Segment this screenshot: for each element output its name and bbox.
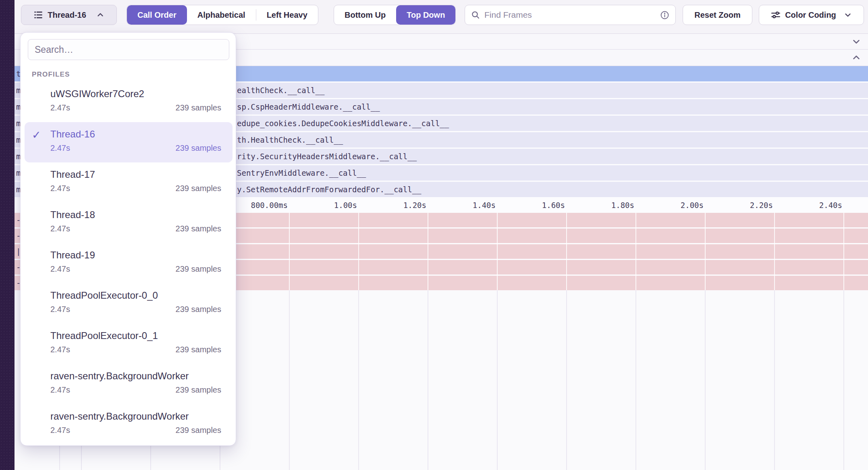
profile-sample-count: 239 samples [176,345,221,354]
find-frames-input[interactable] [484,10,656,20]
axis-tick-label: 2.40s [819,201,842,210]
app-sidebar [0,0,15,470]
search-icon [471,10,480,20]
profile-item-threadpoolexecutor-0-1[interactable]: ✓ThreadPoolExecutor-0_12.47s239 samples [25,324,233,364]
sort-segment-call-order[interactable]: Call Order [127,5,187,25]
sort-segment-alphabetical[interactable]: Alphabetical [187,5,256,25]
axis-tick-label: 800.00ms [251,201,288,210]
info-icon[interactable] [660,10,670,20]
direction-segment-bottom-up[interactable]: Bottom Up [334,5,396,25]
profile-duration: 2.47s [50,426,70,435]
profile-item-thread-16[interactable]: ✓Thread-162.47s239 samples [25,122,233,162]
profile-item-thread-18[interactable]: ✓Thread-182.47s239 samples [25,203,233,243]
profile-sample-count: 239 samples [176,184,221,193]
profile-item-thread-19[interactable]: ✓Thread-192.47s239 samples [25,243,233,283]
chevron-up-icon[interactable] [851,52,862,63]
profile-duration: 2.47s [50,385,70,395]
color-coding-label: Color Coding [785,10,836,20]
axis-tick-label: 1.60s [542,201,565,210]
profile-duration: 2.47s [50,345,70,354]
profile-sample-count: 239 samples [176,224,221,233]
reset-zoom-button[interactable]: Reset Zoom [683,5,752,25]
profile-sample-count: 239 samples [176,103,221,112]
profile-name: Thread-17 [50,169,225,181]
flame-frame-label: ealthCheck.__call__ [237,86,324,95]
profile-duration: 2.47s [50,103,70,112]
profile-duration: 2.47s [50,184,70,193]
thread-selector-label: Thread-16 [48,10,86,20]
profile-item-thread-17[interactable]: ✓Thread-172.47s239 samples [25,162,233,203]
profile-item-raven-sentry-backgroundworker[interactable]: ✓raven-sentry.BackgroundWorker2.47s239 s… [25,404,233,445]
toolbar: Thread-16 Call OrderAlphabeticalLeft Hea… [0,0,868,33]
thread-selector-button[interactable]: Thread-16 [21,5,117,25]
find-frames-field[interactable] [465,5,676,25]
axis-tick-label: 1.00s [334,201,357,210]
profile-name: uWSGIWorker7Core2 [50,88,225,100]
profile-name: Thread-19 [50,250,225,261]
profile-item-raven-sentry-backgroundworker[interactable]: ✓raven-sentry.BackgroundWorker2.47s239 s… [25,364,233,404]
profile-sample-count: 239 samples [176,264,221,274]
axis-tick-label: 1.80s [611,201,634,210]
axis-tick-label: 2.20s [750,201,773,210]
profile-name: Thread-16 [50,129,225,140]
list-icon [33,10,44,20]
direction-segment-top-down[interactable]: Top Down [396,5,455,25]
profiles-list: ✓uWSGIWorker7Core22.47s239 samples✓Threa… [21,82,236,445]
profile-sample-count: 239 samples [176,305,221,314]
color-coding-button[interactable]: Color Coding [759,5,864,25]
profile-item-threadpoolexecutor-0-0[interactable]: ✓ThreadPoolExecutor-0_02.47s239 samples [25,283,233,324]
flame-frame-label: th.HealthCheck.__call__ [237,135,343,144]
chevron-down-icon [843,10,852,19]
profile-name: ThreadPoolExecutor-0_1 [50,330,225,342]
thread-dropdown-panel: PROFILES ✓uWSGIWorker7Core22.47s239 samp… [20,32,236,446]
profile-name: Thread-18 [50,209,225,221]
axis-tick-label: 1.20s [403,201,426,210]
sort-segment-left-heavy[interactable]: Left Heavy [256,5,318,25]
flame-frame-label: rity.SecurityHeadersMiddleware.__call__ [237,152,417,161]
flame-frame-label: sp.CspHeaderMiddleware.__call__ [237,102,380,111]
profile-item-uwsgiworker7core2[interactable]: ✓uWSGIWorker7Core22.47s239 samples [25,82,233,122]
axis-tick-label: 1.40s [473,201,496,210]
sliders-icon [770,10,781,20]
profile-name: ThreadPoolExecutor-0_0 [50,290,225,302]
profile-sample-count: 239 samples [176,143,221,153]
reset-zoom-label: Reset Zoom [694,10,740,20]
sort-segmented-control: Call OrderAlphabeticalLeft Heavy [127,5,318,25]
profile-duration: 2.47s [50,143,70,153]
flame-frame-label: edupe_cookies.DedupeCookiesMiddleware.__… [237,119,449,128]
profile-sample-count: 239 samples [176,385,221,395]
profile-name: raven-sentry.BackgroundWorker [50,411,225,422]
dropdown-search-input[interactable] [28,39,229,60]
profiles-section-heading: PROFILES [32,71,70,79]
profile-sample-count: 239 samples [176,426,221,435]
direction-segmented-control: Bottom UpTop Down [334,5,456,25]
chevron-down-icon[interactable] [851,36,862,47]
checkmark-icon: ✓ [32,129,46,141]
axis-tick-label: 2.00s [681,201,704,210]
flame-frame-label: SentryEnvMiddleware.__call__ [237,168,366,177]
flame-frame-label: y.SetRemoteAddrFromForwardedFor.__call__ [237,185,422,194]
profile-duration: 2.47s [50,305,70,314]
profile-duration: 2.47s [50,224,70,233]
profile-duration: 2.47s [50,264,70,274]
profile-name: raven-sentry.BackgroundWorker [50,370,225,382]
chevron-up-icon [96,10,105,19]
